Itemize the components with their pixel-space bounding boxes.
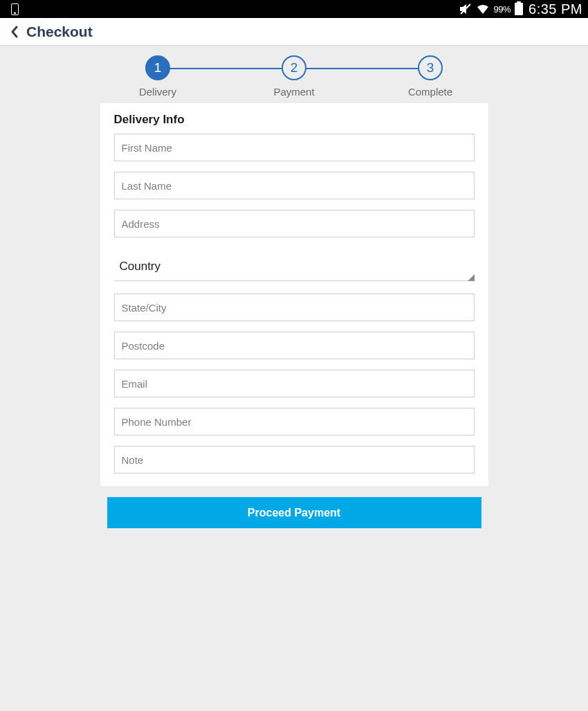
proceed-payment-button[interactable]: Proceed Payment [107,497,481,528]
back-button[interactable] [7,24,22,39]
step-number: 3 [418,55,443,80]
chevron-down-icon [468,274,475,281]
step-label: Delivery [139,86,176,98]
email-field[interactable] [114,370,475,397]
last-name-field[interactable] [114,172,475,199]
content-area: 1 Delivery 2 Payment 3 Complete Delivery… [0,46,588,711]
mute-icon [459,3,472,15]
section-title: Delivery Info [114,113,475,127]
step-number: 1 [145,55,170,80]
step-label: Complete [408,86,452,98]
country-select-value: Country [114,252,475,281]
step-number: 2 [282,55,306,80]
step-delivery[interactable]: 1 Delivery [90,55,226,98]
clock: 6:35 PM [529,1,582,17]
country-select[interactable]: Country [114,252,475,281]
step-label: Payment [273,86,314,98]
phone-field[interactable] [114,408,475,435]
page-title: Checkout [26,24,93,40]
battery-icon [515,3,523,15]
step-complete[interactable]: 3 Complete [362,55,499,98]
address-field[interactable] [114,210,475,237]
note-field[interactable] [114,446,475,474]
delivery-form-card: Delivery Info Country [100,103,488,486]
checkout-stepper: 1 Delivery 2 Payment 3 Complete [90,46,499,98]
status-bar: 99% 6:35 PM [0,0,588,18]
app-bar: Checkout [0,18,588,46]
battery-percent: 99% [493,4,511,15]
postcode-field[interactable] [114,332,475,359]
step-payment[interactable]: 2 Payment [226,55,362,98]
state-city-field[interactable] [114,294,475,321]
first-name-field[interactable] [114,134,475,161]
phone-icon [11,3,19,15]
wifi-icon [477,4,489,15]
